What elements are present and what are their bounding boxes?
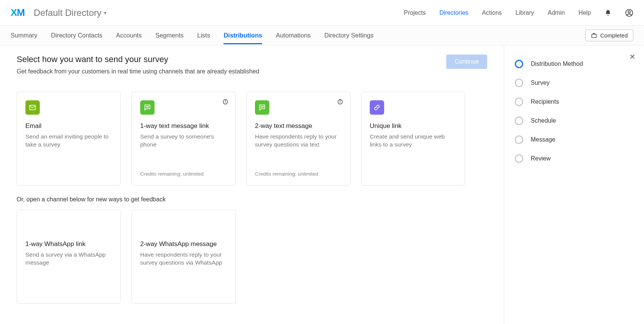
card-twoway-whatsapp[interactable]: 2-way WhatsApp message Have respondents … bbox=[131, 210, 236, 304]
card-oneway-sms-desc: Send a survey to someone's phone bbox=[140, 133, 227, 149]
svg-point-9 bbox=[225, 101, 225, 101]
nav-directories[interactable]: Directories bbox=[439, 9, 468, 16]
tab-automations[interactable]: Automations bbox=[276, 26, 311, 44]
distribution-cards-row1: Email Send an email inviting people to t… bbox=[17, 92, 487, 185]
step-label: Survey bbox=[531, 79, 550, 86]
step-recipients[interactable]: Recipients bbox=[515, 98, 633, 106]
step-distribution-method[interactable]: Distribution Method bbox=[515, 60, 633, 68]
svg-point-4 bbox=[146, 107, 147, 107]
card-oneway-whatsapp[interactable]: 1-way WhatsApp link Send a survey via a … bbox=[17, 210, 121, 304]
card-twoway-sms-desc: Have respondents reply to your survey qu… bbox=[255, 133, 342, 149]
directory-selector[interactable]: Default Directory ▾ bbox=[34, 8, 106, 18]
tab-distributions[interactable]: Distributions bbox=[224, 26, 262, 44]
step-message[interactable]: Message bbox=[515, 136, 633, 144]
card-twoway-sms-title: 2-way text message bbox=[255, 122, 342, 130]
card-oneway-wa-title: 1-way WhatsApp link bbox=[25, 240, 112, 248]
content-area: Select how you want to send your survey … bbox=[0, 45, 644, 324]
svg-point-15 bbox=[340, 101, 340, 101]
step-label: Review bbox=[531, 155, 550, 162]
step-circle-icon bbox=[515, 79, 523, 87]
link-icon bbox=[370, 100, 384, 115]
nav-library[interactable]: Library bbox=[516, 9, 534, 16]
card-email-desc: Send an email inviting people to take a … bbox=[25, 133, 112, 149]
briefcase-icon bbox=[591, 33, 597, 39]
card-twoway-sms-credits: Credits remaining: unlimited bbox=[255, 171, 342, 177]
card-twoway-sms[interactable]: 2-way text message Have respondents repl… bbox=[246, 92, 350, 185]
card-oneway-wa-desc: Send a survey via a WhatsApp message bbox=[25, 251, 112, 267]
distribution-cards-row2: 1-way WhatsApp link Send a survey via a … bbox=[17, 210, 487, 304]
step-label: Recipients bbox=[531, 98, 559, 105]
card-unique-link-desc: Create and send unique web links to a su… bbox=[370, 133, 456, 149]
svg-rect-2 bbox=[592, 34, 596, 37]
nav-projects[interactable]: Projects bbox=[404, 9, 426, 16]
step-survey[interactable]: Survey bbox=[515, 79, 633, 87]
second-section-label: Or, open a channel below for new ways to… bbox=[17, 196, 487, 203]
step-label: Schedule bbox=[531, 117, 556, 124]
step-circle-icon bbox=[515, 60, 523, 68]
card-unique-link[interactable]: Unique link Create and send unique web l… bbox=[361, 92, 465, 185]
sms-icon bbox=[140, 100, 155, 115]
bell-icon[interactable] bbox=[605, 9, 611, 16]
subnav-tabs: Summary Directory Contacts Accounts Segm… bbox=[11, 26, 374, 44]
completed-button[interactable]: Completed bbox=[585, 30, 633, 41]
logo: XM bbox=[11, 7, 25, 19]
tab-lists[interactable]: Lists bbox=[197, 26, 210, 44]
nav-actions[interactable]: Actions bbox=[482, 9, 502, 16]
completed-label: Completed bbox=[600, 32, 628, 39]
directory-title-label: Default Directory bbox=[34, 8, 102, 18]
svg-point-1 bbox=[628, 11, 630, 13]
card-email[interactable]: Email Send an email inviting people to t… bbox=[17, 92, 121, 185]
steps-list: Distribution Method Survey Recipients Sc… bbox=[515, 60, 633, 163]
svg-point-6 bbox=[148, 107, 149, 107]
nav-help[interactable]: Help bbox=[578, 9, 591, 16]
card-oneway-sms-title: 1-way text message link bbox=[140, 122, 227, 130]
step-label: Distribution Method bbox=[531, 61, 583, 67]
main-panel: Select how you want to send your survey … bbox=[0, 45, 504, 324]
card-oneway-sms-credits: Credits remaining: unlimited bbox=[140, 171, 227, 177]
card-twoway-wa-title: 2-way WhatsApp message bbox=[140, 240, 227, 248]
tab-accounts[interactable]: Accounts bbox=[116, 26, 142, 44]
step-circle-icon bbox=[515, 136, 523, 144]
tab-summary[interactable]: Summary bbox=[11, 26, 38, 44]
step-circle-icon bbox=[515, 117, 523, 125]
card-unique-link-title: Unique link bbox=[370, 122, 456, 130]
tab-contacts[interactable]: Directory Contacts bbox=[51, 26, 103, 44]
svg-point-11 bbox=[262, 107, 263, 107]
chevron-down-icon: ▾ bbox=[104, 10, 106, 16]
info-icon[interactable] bbox=[337, 99, 343, 105]
header-row: Select how you want to send your survey … bbox=[17, 55, 487, 75]
step-schedule[interactable]: Schedule bbox=[515, 117, 633, 125]
info-icon[interactable] bbox=[222, 99, 228, 105]
page-title: Select how you want to send your survey bbox=[17, 55, 259, 64]
step-circle-icon bbox=[515, 98, 523, 106]
tab-segments[interactable]: Segments bbox=[155, 26, 183, 44]
topbar: XM Default Directory ▾ Projects Director… bbox=[0, 0, 644, 26]
sms-icon bbox=[255, 100, 269, 115]
step-label: Message bbox=[531, 136, 555, 143]
user-avatar-icon[interactable] bbox=[625, 9, 633, 17]
card-email-title: Email bbox=[25, 122, 112, 130]
top-nav: Projects Directories Actions Library Adm… bbox=[404, 9, 633, 17]
svg-point-10 bbox=[261, 107, 262, 107]
close-icon[interactable]: ✕ bbox=[629, 52, 636, 61]
svg-point-12 bbox=[263, 107, 264, 107]
steps-sidepanel: ✕ Distribution Method Survey Recipients … bbox=[504, 45, 644, 324]
step-circle-icon bbox=[515, 154, 523, 163]
card-oneway-sms[interactable]: 1-way text message link Send a survey to… bbox=[131, 92, 236, 185]
page-subtitle: Get feedback from your customers in real… bbox=[17, 68, 259, 75]
tab-settings[interactable]: Directory Settings bbox=[324, 26, 374, 44]
step-review[interactable]: Review bbox=[515, 154, 633, 163]
continue-button[interactable]: Continue bbox=[446, 55, 487, 69]
email-icon bbox=[25, 100, 40, 115]
nav-admin[interactable]: Admin bbox=[548, 9, 565, 16]
subnav-bar: Summary Directory Contacts Accounts Segm… bbox=[0, 26, 644, 45]
svg-point-5 bbox=[147, 107, 148, 107]
card-twoway-wa-desc: Have respondents reply to your survey qu… bbox=[140, 251, 227, 267]
